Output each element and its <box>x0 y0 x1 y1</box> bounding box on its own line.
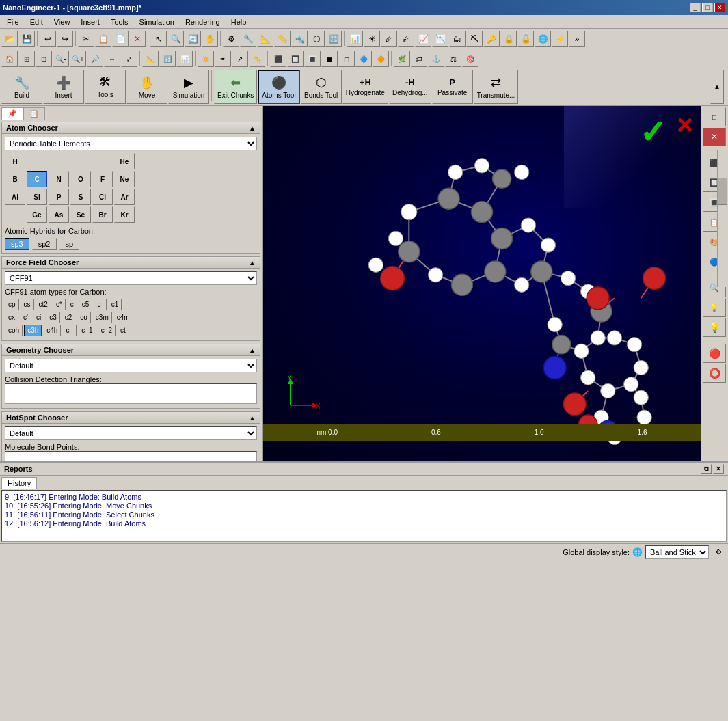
tool11[interactable]: 🖋 <box>398 31 414 47</box>
element-S[interactable]: S <box>70 189 91 205</box>
exit-chunks-btn[interactable]: ⬅ Exit Chunks <box>214 70 257 104</box>
tool2[interactable]: 🔧 <box>240 31 256 47</box>
atype-c4m[interactable]: c4m <box>113 312 133 323</box>
t2-15[interactable]: 📏 <box>249 51 265 67</box>
atype-c3h[interactable]: c3h <box>24 325 42 336</box>
atype-cp[interactable]: cp <box>5 299 19 310</box>
tool16[interactable]: 🔑 <box>483 31 500 47</box>
zoom-in-btn[interactable]: 🔍+ <box>70 51 86 67</box>
rt-btn-x[interactable]: ✕ <box>703 127 726 146</box>
simulation-mode-btn[interactable]: ▶ Simulation <box>168 70 209 104</box>
select-button[interactable]: ↖ <box>150 31 167 47</box>
tool20[interactable]: ⚡ <box>552 31 568 47</box>
atype-c3m[interactable]: c3m <box>92 312 112 323</box>
atoms-tool-btn[interactable]: ⚫ Atoms Tool <box>258 70 299 104</box>
element-Se[interactable]: Se <box>70 206 91 223</box>
rt-btn-1[interactable]: □ <box>703 107 726 126</box>
atom-chooser-header[interactable]: Atom Chooser ▲ <box>2 122 260 134</box>
t2-23[interactable]: 🌿 <box>394 51 410 67</box>
element-C[interactable]: C <box>27 171 47 187</box>
tool1[interactable]: ⚙ <box>223 31 239 47</box>
menu-insert[interactable]: Insert <box>75 16 105 27</box>
atype-ct[interactable]: ct <box>117 325 129 336</box>
element-He[interactable]: He <box>114 153 135 169</box>
force-field-dropdown[interactable]: CFF91 <box>5 271 257 285</box>
viewport-x[interactable]: ✕ <box>675 113 694 139</box>
t2-16[interactable]: ⬛ <box>270 51 286 67</box>
element-Kr[interactable]: Kr <box>114 206 135 223</box>
t2-26[interactable]: ⚖ <box>445 51 461 67</box>
element-Ge[interactable]: Ge <box>27 206 47 223</box>
element-Ne[interactable]: Ne <box>114 171 135 187</box>
minimize-button[interactable]: _ <box>690 3 701 12</box>
t2-22[interactable]: 🔶 <box>373 51 389 67</box>
element-B[interactable]: B <box>5 171 25 187</box>
geometry-collapse-icon[interactable]: ▲ <box>249 346 256 354</box>
t2-25[interactable]: ⚓ <box>428 51 444 67</box>
zoom-fit-btn[interactable]: 🔎 <box>87 51 103 67</box>
tool7[interactable]: 🔠 <box>325 31 342 47</box>
atype-cx[interactable]: cx <box>5 312 18 323</box>
hotspot-collapse-icon[interactable]: ▲ <box>249 414 256 422</box>
maximize-button[interactable]: □ <box>702 3 713 12</box>
paste-button[interactable]: 📄 <box>112 31 129 47</box>
element-F[interactable]: F <box>92 171 113 187</box>
rt-btn-10[interactable]: 💡 <box>703 298 726 317</box>
rt-btn-13[interactable]: ⭕ <box>703 364 726 383</box>
hotspot-dropdown[interactable]: Default <box>5 426 257 440</box>
atype-co[interactable]: co <box>77 312 91 323</box>
element-N[interactable]: N <box>49 171 69 187</box>
t2-18[interactable]: 🔳 <box>304 51 321 67</box>
tool8[interactable]: 📊 <box>347 31 363 47</box>
tool19[interactable]: 🌐 <box>535 31 551 47</box>
t2-13[interactable]: ✒ <box>215 51 231 67</box>
hybrid-sp3[interactable]: sp3 <box>5 238 29 250</box>
t2-21[interactable]: 🔷 <box>355 51 372 67</box>
dehydrogenate-btn[interactable]: -H Dehydrog... <box>389 70 431 104</box>
atype-ceq[interactable]: c= <box>62 325 77 336</box>
zoom-out-btn[interactable]: 🔍- <box>53 51 69 67</box>
build-mode-btn[interactable]: 🔧 Build <box>1 70 42 104</box>
menu-view[interactable]: View <box>49 16 76 27</box>
tool15[interactable]: ⛏ <box>466 31 483 47</box>
atype-ceq1[interactable]: c=1 <box>78 325 96 336</box>
atype-coh[interactable]: coh <box>5 325 23 336</box>
delete-button[interactable]: ✕ <box>129 31 146 47</box>
t2-8[interactable]: ⤢ <box>121 51 137 67</box>
menu-file[interactable]: File <box>1 16 25 27</box>
tool12[interactable]: 📈 <box>415 31 431 47</box>
tool10[interactable]: 🖊 <box>381 31 397 47</box>
rt-btn-12[interactable]: 🔴 <box>703 344 726 363</box>
hydrogenate-btn[interactable]: +H Hydrogenate <box>342 70 388 104</box>
t2-1[interactable]: 🏠 <box>1 51 18 67</box>
viewport-checkmark[interactable]: ✓ <box>639 113 666 151</box>
tool17[interactable]: 🔒 <box>500 31 517 47</box>
t2-14[interactable]: ↗ <box>232 51 248 67</box>
move-mode-btn[interactable]: ✋ Move <box>126 70 167 104</box>
atype-cprime[interactable]: c' <box>20 312 31 323</box>
element-H[interactable]: H <box>5 153 25 169</box>
force-field-collapse-icon[interactable]: ▲ <box>249 259 256 267</box>
t2-17[interactable]: 🔲 <box>287 51 304 67</box>
element-Ar[interactable]: Ar <box>114 189 135 205</box>
menu-simulation[interactable]: Simulation <box>134 16 180 27</box>
reports-close-btn[interactable]: ✕ <box>713 464 724 474</box>
transmute-btn[interactable]: ⇄ Transmute... <box>474 70 519 104</box>
hotspot-header[interactable]: HotSpot Chooser ▲ <box>2 412 260 424</box>
atom-chooser-collapse-icon[interactable]: ▲ <box>249 124 256 132</box>
tool9[interactable]: ☀ <box>364 31 380 47</box>
close-button[interactable]: ✕ <box>714 3 725 12</box>
reports-restore-btn[interactable]: ⧉ <box>701 464 712 474</box>
tools-mode-btn[interactable]: 🛠 Tools <box>85 70 126 104</box>
element-Cl[interactable]: Cl <box>92 189 113 205</box>
passivate-btn[interactable]: P Passivate <box>432 70 473 104</box>
element-Si[interactable]: Si <box>27 189 47 205</box>
rt-btn-11[interactable]: 💡 <box>703 318 726 337</box>
t2-20[interactable]: ◻ <box>338 51 355 67</box>
more-button[interactable]: » <box>569 31 585 47</box>
pan-button[interactable]: ✋ <box>202 31 218 47</box>
collapse-btn[interactable]: ▲ <box>710 70 724 104</box>
panel-tab-1[interactable]: 📌 <box>1 107 23 120</box>
atype-c4h[interactable]: c4h <box>43 325 61 336</box>
cut-button[interactable]: ✂ <box>78 31 94 47</box>
